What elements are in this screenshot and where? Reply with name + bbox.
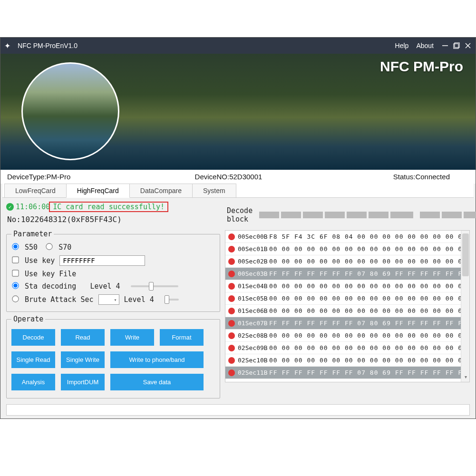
status-dot-icon: [228, 369, 235, 376]
close-icon[interactable]: [464, 42, 472, 49]
device-info-bar: DeviceType:PM-Pro DeviceNO:52D30001 Stat…: [0, 170, 476, 184]
status-dot-icon: [228, 357, 235, 364]
decode-button[interactable]: Decode: [11, 329, 55, 346]
card-no: No:1022648312(0xF85FF43C): [6, 212, 220, 227]
read-time: 11:06:00: [16, 203, 50, 211]
radio-s70[interactable]: S70: [46, 243, 71, 252]
status-dot-icon: [228, 332, 235, 339]
single-write-button[interactable]: Single Write: [61, 351, 105, 368]
operate-group: Operate Decode Read Write Format Single …: [6, 315, 220, 398]
menu-about[interactable]: About: [416, 42, 434, 49]
level-a: Level 4: [90, 282, 120, 291]
sector-label: 01Sec07B: [238, 320, 269, 327]
bytes: 00 00 00 00 00 00 00 00 00 00 00 00 00 0…: [269, 357, 461, 364]
status-dot-icon: [228, 308, 235, 314]
titlebar: ✦ NFC PM-ProEnV1.0 Help About: [0, 38, 476, 54]
read-status-line: ✓ 11:06:00 IC card read successfully!: [6, 202, 220, 212]
data-row[interactable]: 00Sec02B00 00 00 00 00 00 00 00 00 00 00…: [225, 255, 461, 268]
bytes: 00 00 00 00 00 00 00 00 00 00 00 00 00 0…: [269, 307, 461, 314]
app-icon: ✦: [4, 41, 13, 50]
parameter-group: Parameter S50 S70 Use key Use key File S…: [6, 230, 220, 312]
data-row[interactable]: 01Sec06B00 00 00 00 00 00 00 00 00 00 00…: [225, 305, 461, 317]
sector-label: 02Sec11B: [238, 369, 269, 376]
menu-help[interactable]: Help: [395, 42, 409, 49]
status-dot-icon: [228, 295, 235, 302]
sector-label: 01Sec05B: [238, 295, 269, 302]
write-button[interactable]: Write: [110, 329, 154, 346]
key-input[interactable]: [59, 255, 145, 266]
data-row[interactable]: 02Sec10B00 00 00 00 00 00 00 00 00 00 00…: [225, 354, 461, 367]
decode-label: Decode block: [227, 206, 253, 223]
maximize-icon[interactable]: [453, 42, 460, 49]
radio-brute[interactable]: Brute Attack Sec: [12, 295, 94, 304]
bytes: 00 00 00 00 00 00 00 00 00 00 00 00 00 0…: [269, 282, 461, 290]
bytes: FF FF FF FF FF FF FF 07 80 69 FF FF FF F…: [269, 369, 461, 376]
bytes: FF FF FF FF FF FF FF 07 80 69 FF FF FF F…: [269, 270, 461, 277]
check-icon: ✓: [6, 203, 14, 211]
scroll-thumb[interactable]: [462, 233, 469, 276]
scrollbar[interactable]: ▾: [461, 231, 469, 382]
decode-segments: [259, 212, 476, 218]
tab-lowfreqcard[interactable]: LowFreqCard: [4, 184, 67, 197]
status-dot-icon: [228, 271, 235, 277]
bytes: FF FF FF FF FF FF FF 07 80 69 FF FF FF F…: [269, 320, 461, 327]
scroll-down-icon[interactable]: ▾: [462, 374, 469, 381]
sector-label: 02Sec09B: [238, 344, 269, 351]
write-phone-button[interactable]: Write to phone/band: [110, 351, 204, 368]
slider-sta[interactable]: [131, 285, 178, 287]
tab-system[interactable]: System: [192, 184, 236, 197]
sector-label: 00Sec01B: [238, 245, 269, 253]
sector-label: 00Sec00B: [238, 233, 269, 240]
check-use-key[interactable]: Use key: [12, 256, 55, 265]
minimize-icon[interactable]: [441, 42, 449, 49]
single-read-button[interactable]: Single Read: [11, 351, 55, 368]
window-title: NFC PM-ProEnV1.0: [18, 42, 78, 49]
radio-sta-decoding[interactable]: Sta decoding: [12, 282, 76, 291]
level-b: Level 4: [124, 295, 154, 304]
analysis-button[interactable]: Analysis: [11, 374, 55, 390]
tab-datacompare[interactable]: DataCompare: [129, 184, 193, 197]
sector-label: 02Sec10B: [238, 357, 269, 364]
status-dot-icon: [228, 320, 235, 327]
tabs: LowFreqCardHighFreqCardDataCompareSystem: [2, 184, 474, 198]
hero-title: NFC PM-Pro: [380, 58, 463, 75]
save-data-button[interactable]: Save data: [110, 374, 204, 390]
data-row[interactable]: 01Sec07BFF FF FF FF FF FF FF 07 80 69 FF…: [225, 317, 461, 330]
window-buttons: [441, 42, 472, 49]
sec-select[interactable]: ▾: [98, 294, 119, 305]
bytes: 00 00 00 00 00 00 00 00 00 00 00 00 00 0…: [269, 245, 461, 253]
radio-s50[interactable]: S50: [12, 243, 38, 252]
data-row[interactable]: 00Sec03BFF FF FF FF FF FF FF 07 80 69 FF…: [225, 268, 461, 280]
format-button[interactable]: Format: [160, 329, 204, 346]
bytes: 00 00 00 00 00 00 00 00 00 00 00 00 00 0…: [269, 258, 461, 265]
data-row[interactable]: 00Sec00BF8 5F F4 3C 6F 08 04 00 00 00 00…: [225, 231, 461, 243]
bytes: 00 00 00 00 00 00 00 00 00 00 00 00 00 0…: [269, 332, 461, 339]
check-use-key-file[interactable]: Use key File: [12, 270, 76, 278]
sector-label: 00Sec02B: [238, 258, 269, 265]
slider-brute[interactable]: [165, 299, 179, 301]
operate-legend: Operate: [11, 315, 45, 323]
read-message: IC card read successfully!: [53, 203, 165, 211]
read-button[interactable]: Read: [61, 329, 105, 346]
data-row[interactable]: 01Sec05B00 00 00 00 00 00 00 00 00 00 00…: [225, 292, 461, 305]
decode-header: Decode block: [225, 202, 470, 230]
device-status: Status:Connected: [302, 173, 469, 181]
data-row[interactable]: 02Sec09B00 00 00 00 00 00 00 00 00 00 00…: [225, 342, 461, 354]
data-row[interactable]: 02Sec08B00 00 00 00 00 00 00 00 00 00 00…: [225, 330, 461, 342]
bytes: F8 5F F4 3C 6F 08 04 00 00 00 00 00 00 0…: [269, 233, 461, 240]
status-dot-icon: [228, 345, 235, 351]
sector-label: 02Sec08B: [238, 332, 269, 339]
data-row[interactable]: 00Sec01B00 00 00 00 00 00 00 00 00 00 00…: [225, 243, 461, 255]
device-type: DeviceType:PM-Pro: [7, 173, 155, 181]
data-row[interactable]: 02Sec11BFF FF FF FF FF FF FF 07 80 69 FF…: [225, 367, 461, 379]
sector-label: 01Sec04B: [238, 282, 269, 290]
hero-circle-image: [21, 62, 119, 160]
tab-highfreqcard[interactable]: HighFreqCard: [66, 184, 130, 198]
status-dot-icon: [228, 283, 235, 290]
status-dot-icon: [228, 233, 235, 240]
status-dot-icon: [228, 246, 235, 253]
import-button[interactable]: ImportDUM: [61, 374, 105, 390]
sector-label: 01Sec06B: [238, 307, 269, 314]
bytes: 00 00 00 00 00 00 00 00 00 00 00 00 00 0…: [269, 344, 461, 351]
data-row[interactable]: 01Sec04B00 00 00 00 00 00 00 00 00 00 00…: [225, 280, 461, 292]
